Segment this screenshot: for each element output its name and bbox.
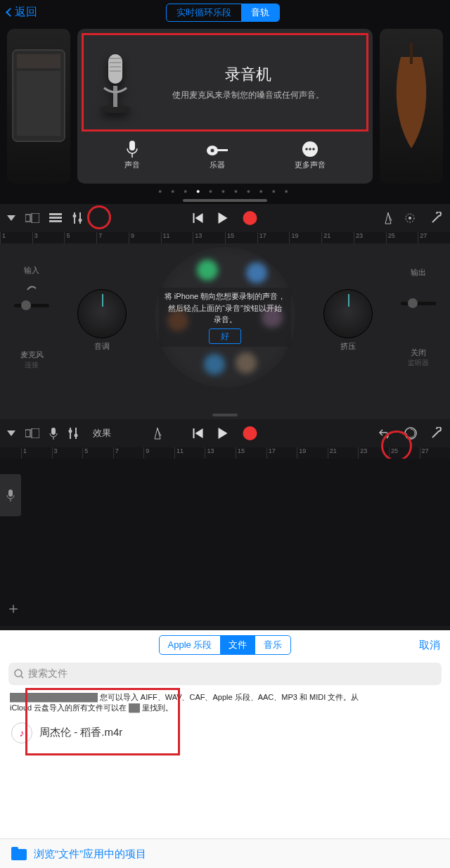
mixer-button[interactable] [68,428,80,439]
folder-icon [11,849,27,860]
browser-button[interactable] [25,428,39,438]
file-item[interactable]: ♪ 周杰伦 - 稻香.m4r [0,715,450,751]
back-label: 返回 [15,5,37,20]
track-header-mic[interactable] [0,474,21,516]
mic-label: 麦克风 [14,350,49,360]
svg-rect-35 [51,428,56,435]
option-voice[interactable]: 声音 [124,139,140,170]
wrench-icon[interactable] [430,212,443,224]
svg-rect-4 [113,86,117,107]
preset-wheel[interactable]: 将 iPhone 朝向您想要录制的声音， 然后轻点上面的“录音”按钮以开始 录音… [155,247,295,388]
toolbar-3: 效果 [0,419,450,447]
play-button[interactable] [219,428,228,439]
nav-menu-button[interactable] [7,215,15,221]
tracks-workspace[interactable]: ＋ [0,459,450,626]
itunes-file-icon: ♪ [11,722,32,743]
svg-rect-24 [49,217,62,219]
hero-highlight: 录音机 使用麦克风来录制您的嗓音或任何声音。 [82,33,368,132]
metronome-button[interactable] [382,212,394,224]
plug-icon[interactable] [25,280,39,294]
seg-tracks[interactable]: 音轨 [241,4,279,21]
svg-rect-23 [49,213,62,215]
more-icon [295,139,326,160]
option-more[interactable]: 更多声音 [295,139,326,170]
rewind-button[interactable] [193,428,203,438]
svg-point-27 [73,215,77,218]
metronome-button[interactable] [152,427,163,440]
nav-menu-button[interactable] [7,430,15,436]
add-track-button[interactable]: ＋ [6,598,21,619]
tracks-view-button[interactable] [49,213,62,223]
studio-mic-icon [94,47,136,117]
recorder-track-screen: 13579111315171921232527 输入 麦克风 连接 音调 将 i… [0,204,450,419]
output-level-slider[interactable] [401,302,436,305]
seg-music[interactable]: 音乐 [255,636,290,654]
chevron-left-icon [6,8,15,17]
option-more-label: 更多声音 [295,160,326,170]
svg-rect-21 [25,215,30,222]
search-icon [14,669,24,679]
svg-rect-1 [17,54,60,68]
record-button[interactable] [243,426,257,440]
loop-browser-button[interactable] [404,426,418,440]
browse-files-button[interactable]: 浏览“文件”应用中的项目 [0,838,450,868]
undo-button[interactable] [378,428,391,439]
svg-rect-15 [217,149,228,151]
output-column: 输出 关闭 监听器 [401,267,436,368]
monitor-label: 关闭 [401,347,436,358]
svg-point-29 [79,219,82,222]
instrument-picker-screen: 返回 实时循环乐段 音轨 [0,0,450,204]
card-next-strings[interactable] [380,29,443,184]
mic-icon [124,139,140,160]
rewind-button[interactable] [193,213,203,223]
option-instrument-label: 乐器 [205,160,229,170]
input-label: 输入 [14,265,49,276]
nav-bar: 返回 实时循环乐段 音轨 [0,0,450,25]
svg-rect-22 [32,213,39,223]
svg-point-18 [309,148,312,151]
annotation-circle-tracks [87,205,111,229]
violin-icon [380,29,443,170]
play-button[interactable] [219,212,228,224]
monitor-sublabel: 监听器 [401,358,436,368]
guitar-icon [205,139,229,160]
cancel-button[interactable]: 取消 [419,639,440,652]
microphone-illustration [91,44,140,121]
mode-segmented[interactable]: 实时循环乐段 音轨 [166,4,280,22]
svg-rect-11 [129,141,135,151]
settings-gear-icon[interactable] [404,212,416,224]
instrument-carousel[interactable]: 录音机 使用麦克风来录制您的嗓音或任何声音。 声音 乐器 [0,25,450,184]
search-field[interactable]: 搜索文件 [8,663,442,685]
mic-small-icon[interactable] [49,427,58,440]
svg-rect-25 [49,220,62,222]
back-button[interactable]: 返回 [7,5,37,20]
tracks-editor-screen: 效果 13579111315171921232527 ＋ [0,419,450,630]
card-audio-recorder[interactable]: 录音机 使用麦克风来录制您的嗓音或任何声音。 声音 乐器 [77,29,373,184]
card-prev-amp[interactable] [7,29,70,184]
seg-live-loops[interactable]: 实时循环乐段 [167,4,241,21]
record-button[interactable] [243,211,257,225]
fx-button[interactable]: 效果 [90,427,114,440]
wrench-icon[interactable] [430,427,443,440]
import-hint: ████████████████ 您可以导入 AIFF、WAV、CAF、Appl… [0,688,450,715]
squeeze-knob[interactable] [323,289,373,338]
seg-apple-loops[interactable]: Apple 乐段 [160,636,221,654]
page-dots: ● ● ● ● ● ● ● ● ● ● ● [0,184,450,195]
file-import-screen: Apple 乐段 文件 音乐 取消 搜索文件 ████████████████ … [0,630,450,868]
svg-point-40 [75,434,78,438]
hero-title: 录音机 [140,64,356,85]
grabber[interactable] [212,414,238,416]
svg-rect-34 [32,428,39,438]
input-gain-slider[interactable] [14,304,49,307]
svg-point-32 [409,217,411,219]
amp-icon [7,29,70,170]
option-instrument[interactable]: 乐器 [205,139,229,170]
seg-files[interactable]: 文件 [220,636,255,654]
browser-button[interactable] [25,213,39,223]
timeline-ruler-3[interactable]: 13579111315171921232527 [0,447,450,459]
source-segmented[interactable]: Apple 乐段 文件 音乐 [159,635,292,655]
mixer-button[interactable] [72,212,84,224]
pitch-knob[interactable] [77,289,127,338]
ok-button[interactable]: 好 [209,328,241,344]
timeline-ruler[interactable]: 13579111315171921232527 [0,232,450,243]
